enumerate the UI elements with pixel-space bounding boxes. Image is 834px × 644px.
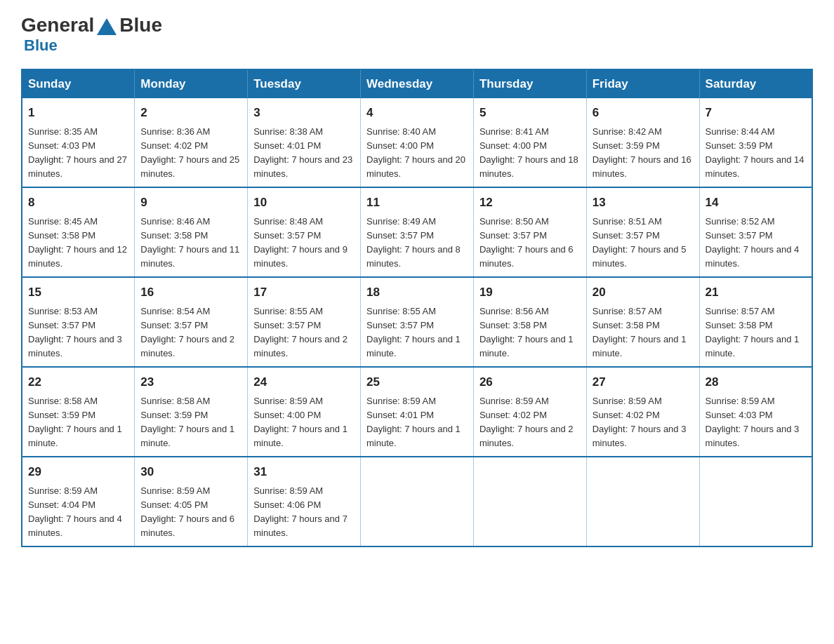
calendar-cell xyxy=(361,457,474,546)
day-info: Sunrise: 8:41 AMSunset: 4:00 PMDaylight:… xyxy=(479,125,581,182)
day-number: 5 xyxy=(479,104,581,122)
day-info: Sunrise: 8:58 AMSunset: 3:59 PMDaylight:… xyxy=(140,394,241,451)
day-info: Sunrise: 8:59 AMSunset: 4:03 PMDaylight:… xyxy=(706,394,806,451)
day-info: Sunrise: 8:46 AMSunset: 3:58 PMDaylight:… xyxy=(140,215,241,271)
day-info: Sunrise: 8:59 AMSunset: 4:02 PMDaylight:… xyxy=(479,394,581,451)
calendar-cell: 29Sunrise: 8:59 AMSunset: 4:04 PMDayligh… xyxy=(22,457,135,546)
day-number: 29 xyxy=(28,463,128,481)
calendar-cell: 31Sunrise: 8:59 AMSunset: 4:06 PMDayligh… xyxy=(248,457,361,546)
day-info: Sunrise: 8:56 AMSunset: 3:58 PMDaylight:… xyxy=(479,304,581,361)
day-info: Sunrise: 8:59 AMSunset: 4:06 PMDaylight:… xyxy=(253,484,355,541)
weekday-header-thursday: Thursday xyxy=(473,69,586,98)
weekday-header-row: SundayMondayTuesdayWednesdayThursdayFrid… xyxy=(22,69,812,98)
calendar-cell: 2Sunrise: 8:36 AMSunset: 4:02 PMDaylight… xyxy=(135,98,248,187)
day-info: Sunrise: 8:57 AMSunset: 3:58 PMDaylight:… xyxy=(593,304,694,361)
day-info: Sunrise: 8:55 AMSunset: 3:57 PMDaylight:… xyxy=(253,304,355,361)
weekday-header-saturday: Saturday xyxy=(699,69,812,98)
calendar-cell: 21Sunrise: 8:57 AMSunset: 3:58 PMDayligh… xyxy=(699,277,812,367)
calendar-cell: 28Sunrise: 8:59 AMSunset: 4:03 PMDayligh… xyxy=(699,367,812,457)
calendar-cell: 23Sunrise: 8:58 AMSunset: 3:59 PMDayligh… xyxy=(135,367,248,457)
day-info: Sunrise: 8:50 AMSunset: 3:57 PMDaylight:… xyxy=(479,215,581,271)
day-number: 22 xyxy=(28,373,128,391)
svg-marker-0 xyxy=(97,18,117,35)
calendar-cell: 15Sunrise: 8:53 AMSunset: 3:57 PMDayligh… xyxy=(22,277,135,367)
calendar-cell: 5Sunrise: 8:41 AMSunset: 4:00 PMDaylight… xyxy=(473,98,586,187)
weekday-header-sunday: Sunday xyxy=(22,69,135,98)
day-info: Sunrise: 8:58 AMSunset: 3:59 PMDaylight:… xyxy=(28,394,128,451)
day-number: 27 xyxy=(593,373,694,391)
calendar-week-row: 8Sunrise: 8:45 AMSunset: 3:58 PMDaylight… xyxy=(22,187,812,277)
day-info: Sunrise: 8:40 AMSunset: 4:00 PMDaylight:… xyxy=(366,125,468,182)
day-info: Sunrise: 8:52 AMSunset: 3:57 PMDaylight:… xyxy=(706,215,806,271)
day-number: 9 xyxy=(140,194,241,212)
logo-general-text: General xyxy=(21,14,94,36)
calendar-cell xyxy=(699,457,812,546)
calendar-cell: 24Sunrise: 8:59 AMSunset: 4:00 PMDayligh… xyxy=(248,367,361,457)
day-number: 25 xyxy=(366,373,468,391)
day-info: Sunrise: 8:59 AMSunset: 4:00 PMDaylight:… xyxy=(253,394,355,451)
weekday-header-wednesday: Wednesday xyxy=(361,69,474,98)
calendar-cell: 17Sunrise: 8:55 AMSunset: 3:57 PMDayligh… xyxy=(248,277,361,367)
page-header: General Blue Blue xyxy=(21,14,813,55)
calendar-week-row: 29Sunrise: 8:59 AMSunset: 4:04 PMDayligh… xyxy=(22,457,812,546)
day-number: 13 xyxy=(593,194,694,212)
calendar-week-row: 15Sunrise: 8:53 AMSunset: 3:57 PMDayligh… xyxy=(22,277,812,367)
day-number: 28 xyxy=(706,373,806,391)
day-number: 30 xyxy=(140,463,241,481)
day-number: 3 xyxy=(253,104,355,122)
day-number: 21 xyxy=(706,283,806,302)
day-number: 24 xyxy=(253,373,355,391)
calendar-cell xyxy=(586,457,699,546)
day-number: 23 xyxy=(140,373,241,391)
day-info: Sunrise: 8:54 AMSunset: 3:57 PMDaylight:… xyxy=(140,304,241,361)
calendar-body: 1Sunrise: 8:35 AMSunset: 4:03 PMDaylight… xyxy=(22,98,812,546)
calendar-week-row: 22Sunrise: 8:58 AMSunset: 3:59 PMDayligh… xyxy=(22,367,812,457)
calendar-cell: 25Sunrise: 8:59 AMSunset: 4:01 PMDayligh… xyxy=(361,367,474,457)
day-number: 18 xyxy=(366,283,468,302)
calendar-cell: 18Sunrise: 8:55 AMSunset: 3:57 PMDayligh… xyxy=(361,277,474,367)
day-info: Sunrise: 8:55 AMSunset: 3:57 PMDaylight:… xyxy=(366,304,468,361)
day-number: 8 xyxy=(28,194,128,212)
day-number: 17 xyxy=(253,283,355,302)
day-number: 19 xyxy=(479,283,581,302)
logo-tagline: Blue xyxy=(24,36,58,55)
calendar-cell: 10Sunrise: 8:48 AMSunset: 3:57 PMDayligh… xyxy=(248,187,361,277)
day-info: Sunrise: 8:45 AMSunset: 3:58 PMDaylight:… xyxy=(28,215,128,271)
calendar-cell: 16Sunrise: 8:54 AMSunset: 3:57 PMDayligh… xyxy=(135,277,248,367)
calendar-cell: 14Sunrise: 8:52 AMSunset: 3:57 PMDayligh… xyxy=(699,187,812,277)
day-number: 6 xyxy=(593,104,694,122)
weekday-header-tuesday: Tuesday xyxy=(248,69,361,98)
day-info: Sunrise: 8:44 AMSunset: 3:59 PMDaylight:… xyxy=(706,125,806,182)
day-number: 26 xyxy=(479,373,581,391)
day-number: 14 xyxy=(706,194,806,212)
calendar-cell: 12Sunrise: 8:50 AMSunset: 3:57 PMDayligh… xyxy=(473,187,586,277)
calendar-cell: 26Sunrise: 8:59 AMSunset: 4:02 PMDayligh… xyxy=(473,367,586,457)
calendar-week-row: 1Sunrise: 8:35 AMSunset: 4:03 PMDaylight… xyxy=(22,98,812,187)
weekday-header-monday: Monday xyxy=(135,69,248,98)
day-number: 4 xyxy=(366,104,468,122)
day-info: Sunrise: 8:49 AMSunset: 3:57 PMDaylight:… xyxy=(366,215,468,271)
calendar-cell: 30Sunrise: 8:59 AMSunset: 4:05 PMDayligh… xyxy=(135,457,248,546)
calendar-cell: 1Sunrise: 8:35 AMSunset: 4:03 PMDaylight… xyxy=(22,98,135,187)
logo: General Blue Blue xyxy=(21,14,162,55)
logo-icon xyxy=(95,17,118,36)
calendar-cell: 19Sunrise: 8:56 AMSunset: 3:58 PMDayligh… xyxy=(473,277,586,367)
day-number: 16 xyxy=(140,283,241,302)
calendar-cell xyxy=(473,457,586,546)
calendar-cell: 11Sunrise: 8:49 AMSunset: 3:57 PMDayligh… xyxy=(361,187,474,277)
day-info: Sunrise: 8:59 AMSunset: 4:05 PMDaylight:… xyxy=(140,484,241,541)
calendar-header: SundayMondayTuesdayWednesdayThursdayFrid… xyxy=(22,69,812,98)
day-info: Sunrise: 8:38 AMSunset: 4:01 PMDaylight:… xyxy=(253,125,355,182)
calendar-cell: 9Sunrise: 8:46 AMSunset: 3:58 PMDaylight… xyxy=(135,187,248,277)
calendar-cell: 13Sunrise: 8:51 AMSunset: 3:57 PMDayligh… xyxy=(586,187,699,277)
calendar-cell: 20Sunrise: 8:57 AMSunset: 3:58 PMDayligh… xyxy=(586,277,699,367)
day-number: 12 xyxy=(479,194,581,212)
day-info: Sunrise: 8:42 AMSunset: 3:59 PMDaylight:… xyxy=(593,125,694,182)
day-number: 10 xyxy=(253,194,355,212)
day-number: 1 xyxy=(28,104,128,122)
day-info: Sunrise: 8:35 AMSunset: 4:03 PMDaylight:… xyxy=(28,125,128,182)
calendar-cell: 4Sunrise: 8:40 AMSunset: 4:00 PMDaylight… xyxy=(361,98,474,187)
day-info: Sunrise: 8:57 AMSunset: 3:58 PMDaylight:… xyxy=(706,304,806,361)
day-info: Sunrise: 8:48 AMSunset: 3:57 PMDaylight:… xyxy=(253,215,355,271)
day-number: 11 xyxy=(366,194,468,212)
